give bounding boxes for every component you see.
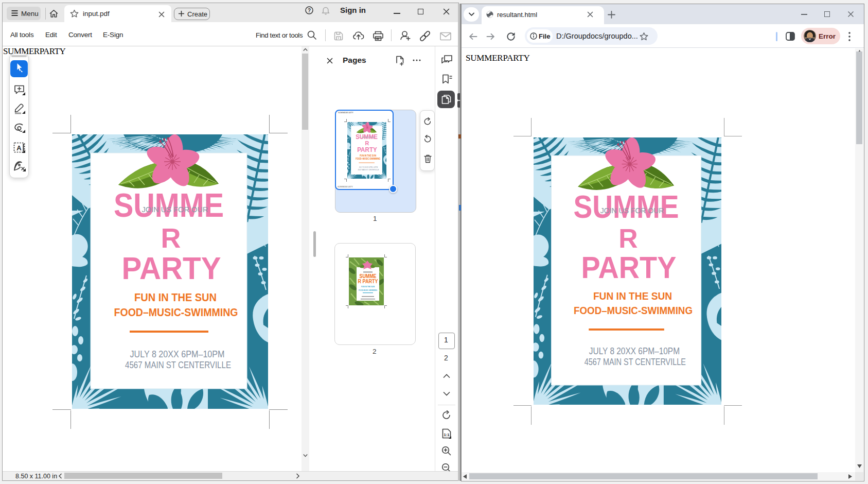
svg-text:?: ? <box>308 8 311 13</box>
svg-text:A: A <box>16 144 22 152</box>
